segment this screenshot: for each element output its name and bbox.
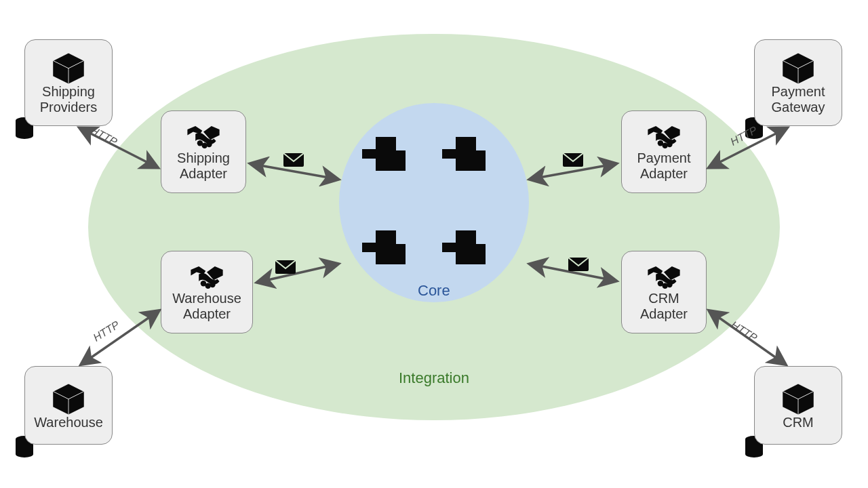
node-label: Shipping Providers [40,84,97,115]
integration-label: Integration [399,369,469,387]
svg-point-37 [206,142,212,147]
svg-point-29 [745,451,763,458]
node-crm-adapter: CRM Adapter [621,251,707,333]
svg-point-5 [16,132,33,139]
node-warehouse: Warehouse [24,366,113,445]
edge-label-http: HTTP [728,319,759,344]
handshake-icon [185,123,222,150]
diagram-stage: Core Integration [0,0,868,488]
handshake-icon [189,264,225,291]
node-crm: CRM [754,366,842,445]
handshake-icon [646,264,682,291]
handshake-icon [646,123,682,150]
svg-point-40 [667,142,672,147]
svg-point-46 [667,282,672,287]
node-label: CRM [783,415,814,430]
node-label: Shipping Adapter [177,150,230,182]
core-region [339,103,529,302]
svg-point-43 [210,282,215,287]
node-shipping-providers: Shipping Providers [24,39,113,126]
node-label: Payment Adapter [637,150,691,182]
node-warehouse-adapter: Warehouse Adapter [161,251,253,333]
package-icon [51,52,86,84]
node-label: CRM Adapter [640,291,688,322]
node-shipping-adapter: Shipping Adapter [161,110,246,193]
node-label: Warehouse Adapter [172,291,241,322]
svg-point-21 [16,451,33,458]
node-payment-adapter: Payment Adapter [621,110,707,193]
edge-label-http: HTTP [91,319,121,344]
node-payment-gateway: Payment Gateway [754,39,842,126]
core-label: Core [418,282,450,300]
package-icon [51,382,86,415]
package-icon [781,382,816,415]
node-label: Payment Gateway [772,84,825,115]
node-label: Warehouse [34,415,103,430]
package-icon [781,52,816,84]
edge-label-http: HTTP [88,124,119,148]
